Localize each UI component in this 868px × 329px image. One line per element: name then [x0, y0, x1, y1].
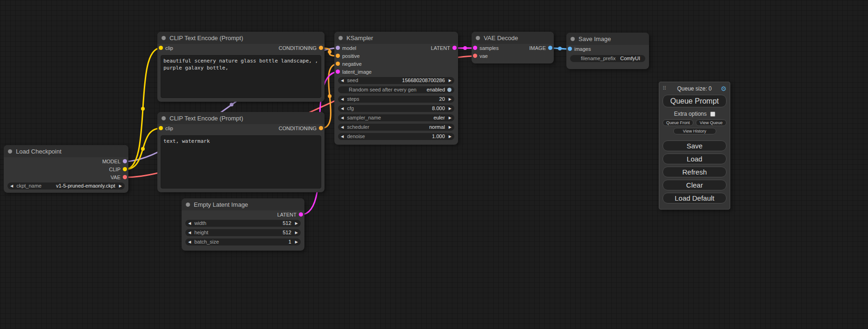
view-queue-button[interactable]: View Queue: [696, 119, 727, 126]
node-graph-canvas[interactable]: Load Checkpoint MODEL CLIP VAE ◀ ckpt_na…: [0, 0, 868, 329]
widget-value: enabled: [420, 86, 445, 93]
node-clip-text-encode-positive[interactable]: CLIP Text Encode (Prompt) clip CONDITION…: [157, 32, 325, 102]
node-title-bar[interactable]: CLIP Text Encode (Prompt): [157, 32, 325, 44]
increment-arrow-icon[interactable]: ▶: [449, 105, 452, 112]
increment-arrow-icon[interactable]: ▶: [449, 96, 452, 103]
widget-random-seed-toggle[interactable]: Random seed after every gen enabled: [338, 86, 454, 93]
collapse-dot[interactable]: [186, 203, 190, 207]
widget-label: width: [194, 220, 206, 227]
increment-arrow-icon[interactable]: ▶: [119, 182, 122, 189]
node-load-checkpoint[interactable]: Load Checkpoint MODEL CLIP VAE ◀ ckpt_na…: [4, 145, 128, 193]
widget-cfg[interactable]: ◀ cfg 8.000 ▶: [338, 105, 454, 112]
toggle-dot-icon[interactable]: [447, 88, 452, 92]
node-title-bar[interactable]: CLIP Text Encode (Prompt): [157, 112, 325, 124]
collapse-dot[interactable]: [476, 36, 480, 40]
queue-front-button[interactable]: Queue Front: [663, 119, 693, 126]
output-port-model[interactable]: [123, 159, 127, 163]
widget-scheduler[interactable]: ◀ scheduler normal ▶: [338, 124, 454, 131]
node-vae-decode[interactable]: VAE Decode samples vae IMAGE: [472, 32, 554, 63]
node-title-bar[interactable]: Save Image: [566, 33, 649, 45]
node-title-bar[interactable]: KSampler: [334, 32, 458, 44]
decrement-arrow-icon[interactable]: ◀: [188, 238, 191, 245]
collapse-dot[interactable]: [8, 149, 12, 154]
decrement-arrow-icon[interactable]: ◀: [341, 96, 344, 103]
decrement-arrow-icon[interactable]: ◀: [341, 105, 344, 112]
decrement-arrow-icon[interactable]: ◀: [188, 220, 191, 227]
queue-buttons-row: Queue Front View Queue: [663, 119, 727, 126]
increment-arrow-icon[interactable]: ▶: [449, 114, 452, 121]
node-save-image[interactable]: Save Image images filename_prefix ComfyU…: [566, 33, 649, 69]
decrement-arrow-icon[interactable]: ◀: [10, 182, 13, 189]
widget-seed[interactable]: ◀ seed 156680208700286 ▶: [338, 77, 454, 84]
input-label: latent_image: [342, 69, 372, 75]
input-port-negative[interactable]: [336, 62, 340, 66]
decrement-arrow-icon[interactable]: ◀: [188, 229, 191, 236]
negative-prompt-textarea[interactable]: text, watermark: [161, 135, 321, 189]
input-port-images[interactable]: [568, 47, 572, 51]
increment-arrow-icon[interactable]: ▶: [295, 238, 298, 245]
wire-midpoint-dot: [141, 147, 145, 151]
widget-label: cfg: [347, 105, 354, 112]
output-port-latent[interactable]: [452, 46, 457, 50]
view-history-button[interactable]: View History: [673, 128, 716, 134]
widget-ckpt-name[interactable]: ◀ ckpt_name v1-5-pruned-emaonly.ckpt ▶: [7, 182, 125, 189]
output-port-conditioning[interactable]: [319, 126, 323, 130]
load-button[interactable]: Load: [663, 154, 727, 164]
output-port-latent[interactable]: [299, 212, 303, 217]
widget-value: 8.000: [358, 105, 445, 112]
queue-prompt-button[interactable]: Queue Prompt: [663, 95, 727, 107]
save-button[interactable]: Save: [663, 140, 727, 151]
decrement-arrow-icon[interactable]: ◀: [341, 77, 344, 84]
widget-height[interactable]: ◀ height 512 ▶: [185, 229, 301, 236]
positive-prompt-textarea[interactable]: beautiful scenery nature glass bottle la…: [161, 55, 321, 98]
widget-filename-prefix[interactable]: filename_prefix ComfyUI: [570, 55, 645, 62]
widget-batch-size[interactable]: ◀ batch_size 1 ▶: [185, 238, 301, 245]
node-title-bar[interactable]: Load Checkpoint: [4, 145, 128, 157]
node-ksampler[interactable]: KSampler model positive negative latent_…: [334, 32, 458, 145]
output-port-clip[interactable]: [123, 167, 127, 171]
increment-arrow-icon[interactable]: ▶: [295, 229, 298, 236]
widget-label: Random seed after every gen: [349, 86, 416, 93]
widget-denoise[interactable]: ◀ denoise 1.000 ▶: [338, 133, 454, 140]
increment-arrow-icon[interactable]: ▶: [449, 77, 452, 84]
wire-midpoint-dot: [328, 94, 332, 98]
widget-value: 20: [363, 96, 445, 103]
increment-arrow-icon[interactable]: ▶: [449, 124, 452, 131]
output-port-conditioning[interactable]: [319, 46, 323, 50]
load-default-button[interactable]: Load Default: [663, 193, 727, 203]
node-title-bar[interactable]: VAE Decode: [472, 32, 554, 44]
widget-value: normal: [373, 124, 445, 131]
node-empty-latent-image[interactable]: Empty Latent Image LATENT ◀ width 512 ▶ …: [182, 198, 304, 251]
increment-arrow-icon[interactable]: ▶: [449, 133, 452, 140]
input-slot-negative: negative: [334, 60, 458, 68]
collapse-dot[interactable]: [162, 116, 166, 120]
clear-button[interactable]: Clear: [663, 180, 727, 190]
widget-value: ComfyUI: [620, 55, 640, 62]
widget-value: 1.000: [369, 133, 445, 140]
widget-width[interactable]: ◀ width 512 ▶: [185, 220, 301, 227]
input-port-vae[interactable]: [473, 54, 477, 58]
output-port-vae[interactable]: [123, 175, 127, 179]
input-port-latent-image[interactable]: [336, 70, 340, 74]
extra-options-checkbox[interactable]: [710, 112, 715, 117]
widget-value: euler: [385, 114, 445, 121]
widget-sampler-name[interactable]: ◀ sampler_name euler ▶: [338, 114, 454, 121]
node-clip-text-encode-negative[interactable]: CLIP Text Encode (Prompt) clip CONDITION…: [157, 112, 325, 192]
input-port-positive[interactable]: [336, 54, 340, 58]
widget-value: v1-5-pruned-emaonly.ckpt: [45, 182, 115, 189]
widget-steps[interactable]: ◀ steps 20 ▶: [338, 96, 454, 103]
settings-gear-icon[interactable]: ⚙: [720, 85, 727, 92]
collapse-dot[interactable]: [162, 36, 166, 40]
input-label: negative: [342, 61, 362, 67]
refresh-button[interactable]: Refresh: [663, 167, 727, 177]
decrement-arrow-icon[interactable]: ◀: [341, 133, 344, 140]
collapse-dot[interactable]: [571, 37, 575, 41]
collapse-dot[interactable]: [339, 36, 343, 40]
increment-arrow-icon[interactable]: ▶: [295, 220, 298, 227]
drag-handle-icon[interactable]: ⠿: [663, 85, 666, 91]
node-title-bar[interactable]: Empty Latent Image: [182, 198, 304, 210]
widget-label: sampler_name: [347, 114, 381, 121]
output-port-image[interactable]: [548, 46, 552, 50]
decrement-arrow-icon[interactable]: ◀: [341, 124, 344, 131]
decrement-arrow-icon[interactable]: ◀: [341, 114, 344, 121]
